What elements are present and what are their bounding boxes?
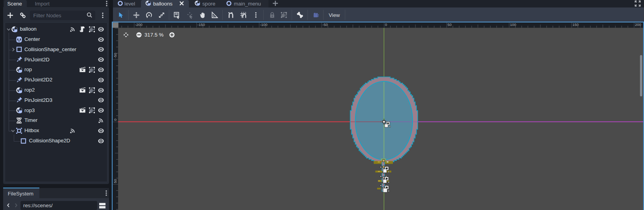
svg-text:0: 0: [385, 22, 387, 27]
svg-text:-150: -150: [198, 22, 205, 27]
svg-text:0: 0: [113, 119, 117, 121]
svg-text:-100: -100: [260, 22, 267, 27]
svg-text:50: 50: [113, 179, 117, 183]
svg-text:-200: -200: [135, 22, 142, 27]
svg-text:-50: -50: [113, 53, 117, 58]
svg-text:317.5 %: 317.5 %: [144, 32, 164, 38]
svg-text:-50: -50: [322, 22, 328, 27]
svg-text:50: 50: [448, 22, 452, 27]
